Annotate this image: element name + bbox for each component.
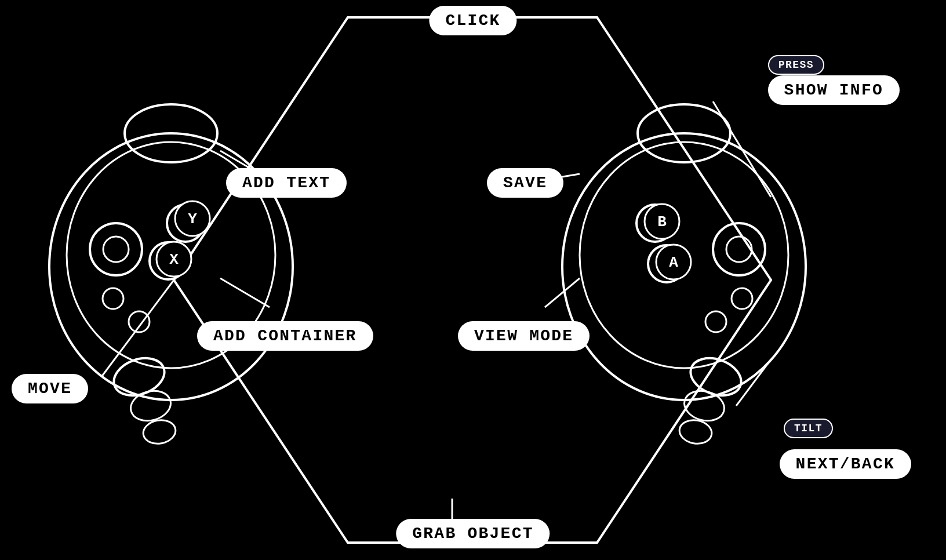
grab-object-label: GRAB OBJECT <box>396 519 550 548</box>
save-label: SAVE <box>487 168 563 198</box>
next-back-label: NEXT/BACK <box>780 449 911 479</box>
press-badge: PRESS <box>768 55 824 75</box>
svg-point-8 <box>103 237 129 262</box>
y-button-label: Y <box>188 210 197 228</box>
svg-point-9 <box>103 288 123 309</box>
click-label: CLICK <box>429 6 516 35</box>
tilt-badge: TILT <box>784 419 833 438</box>
svg-point-10 <box>129 311 150 332</box>
svg-point-7 <box>90 223 142 275</box>
a-button-label: A <box>669 254 678 271</box>
svg-point-5 <box>128 387 174 425</box>
view-mode-label: VIEW MODE <box>458 321 590 351</box>
add-text-label: ADD TEXT <box>226 168 347 198</box>
svg-point-18 <box>678 417 714 446</box>
x-button-label: X <box>169 251 179 268</box>
svg-point-21 <box>732 288 752 309</box>
svg-point-22 <box>705 311 726 332</box>
b-button-label: B <box>657 213 667 231</box>
show-info-label: SHOW INFO <box>768 75 900 105</box>
move-label: MOVE <box>12 374 88 403</box>
add-container-label: ADD CONTAINER <box>197 321 373 351</box>
svg-point-20 <box>726 237 752 262</box>
main-canvas: CLICK ADD TEXT SAVE ADD CONTAINER VIEW M… <box>0 0 946 560</box>
svg-line-27 <box>220 278 270 307</box>
svg-point-6 <box>141 417 177 446</box>
